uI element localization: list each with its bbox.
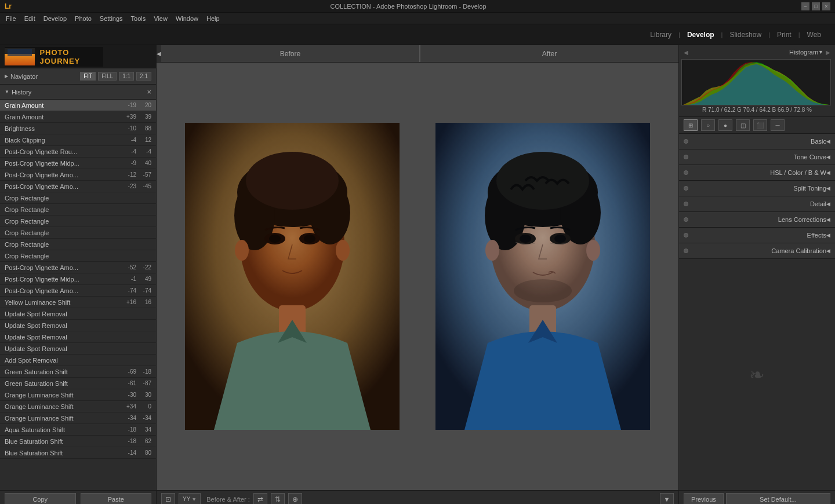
- history-item[interactable]: Crop Rectangle: [0, 239, 156, 250]
- history-item[interactable]: Green Saturation Shift -69 -18: [0, 366, 156, 378]
- detail-section-header[interactable]: Detail ◀: [679, 196, 835, 211]
- crop-tool-icon[interactable]: ○: [701, 119, 715, 131]
- basic-section: Basic ◀: [679, 134, 835, 149]
- logo-text: PHOTO JOURNEY: [39, 48, 103, 65]
- history-item[interactable]: Post-Crop Vignette Midp... -9 40: [0, 158, 156, 169]
- history-item[interactable]: Orange Luminance Shift -30 30: [0, 389, 156, 401]
- hist-right-arrow[interactable]: ▶: [826, 49, 830, 56]
- close-button[interactable]: ×: [822, 2, 830, 10]
- app-icon: Lr: [5, 2, 12, 10]
- brush-tool-icon[interactable]: ⬛: [753, 119, 767, 131]
- nav-library[interactable]: Library: [648, 30, 674, 40]
- minimize-button[interactable]: −: [801, 2, 809, 10]
- history-item[interactable]: Post-Crop Vignette Amo... -52 -22: [0, 262, 156, 273]
- histogram-section: ◀ Histogram ▼ ▶: [679, 45, 835, 117]
- fill-button[interactable]: FILL: [98, 72, 117, 81]
- detail-section: Detail ◀: [679, 196, 835, 212]
- histogram-collapse-icon[interactable]: ▼: [818, 49, 823, 55]
- history-collapse-icon[interactable]: ▼: [5, 89, 9, 94]
- history-item[interactable]: Blue Saturation Shift -18 62: [0, 436, 156, 447]
- swap-lr-button[interactable]: ⇄: [253, 493, 267, 505]
- history-item[interactable]: Update Spot Removal: [0, 308, 156, 320]
- history-item[interactable]: Post-Crop Vignette Midp... -1 49: [0, 273, 156, 285]
- hsl-dot: [684, 170, 688, 175]
- module-nav: Library | Develop | Slideshow | Print | …: [0, 24, 835, 45]
- menu-help[interactable]: Help: [203, 14, 223, 23]
- history-item[interactable]: Grain Amount +39 39: [0, 111, 156, 123]
- split-toning-section-header[interactable]: Split Toning ◀: [679, 181, 835, 196]
- split-toning-collapse-icon: ◀: [826, 185, 830, 191]
- history-item[interactable]: Yellow Luminance Shift +16 16: [0, 297, 156, 308]
- history-panel[interactable]: ▼ History × Grain Amount -19 20 Grain Am…: [0, 85, 156, 490]
- spot-tool-icon[interactable]: ●: [718, 119, 732, 131]
- menu-edit[interactable]: Edit: [21, 14, 39, 23]
- history-item[interactable]: Brightness -10 88: [0, 123, 156, 134]
- split-toning-section: Split Toning ◀: [679, 181, 835, 196]
- gradient-tool-icon[interactable]: ─: [771, 119, 785, 131]
- copy-button[interactable]: Copy: [5, 493, 76, 505]
- history-item[interactable]: Crop Rectangle: [0, 250, 156, 262]
- tone-curve-label: Tone Curve: [693, 154, 826, 160]
- history-items-container: Grain Amount -19 20 Grain Amount +39 39 …: [0, 100, 156, 459]
- history-item[interactable]: Aqua Saturation Shift -18 34: [0, 424, 156, 436]
- grid-tool-icon[interactable]: ⊞: [684, 119, 698, 131]
- history-item[interactable]: Crop Rectangle: [0, 204, 156, 216]
- history-item[interactable]: Crop Rectangle: [0, 227, 156, 239]
- lens-corrections-section-header[interactable]: Lens Corrections ◀: [679, 212, 835, 227]
- menu-tools[interactable]: Tools: [128, 14, 150, 23]
- left-panel: PHOTO JOURNEY ▶ Navigator FIT FILL 1:1 2…: [0, 45, 157, 504]
- menu-develop[interactable]: Develop: [40, 14, 70, 23]
- history-item[interactable]: Post-Crop Vignette Rou... -4 -4: [0, 146, 156, 158]
- history-item[interactable]: Crop Rectangle: [0, 216, 156, 227]
- history-item[interactable]: Post-Crop Vignette Amo... -12 -57: [0, 169, 156, 181]
- history-close-icon[interactable]: ×: [147, 87, 151, 96]
- camera-calibration-section-header[interactable]: Camera Calibration ◀: [679, 243, 835, 258]
- history-item[interactable]: Black Clipping -4 12: [0, 134, 156, 146]
- history-header: ▼ History ×: [0, 85, 156, 100]
- history-item[interactable]: Green Saturation Shift -61 -87: [0, 378, 156, 389]
- right-panel: ◀ Histogram ▼ ▶: [678, 45, 835, 504]
- previous-button[interactable]: Previous: [684, 493, 724, 505]
- fit-button[interactable]: FIT: [80, 72, 96, 81]
- 1-1-button[interactable]: 1:1: [119, 72, 134, 81]
- maximize-button[interactable]: □: [812, 2, 820, 10]
- navigator-collapse-icon[interactable]: ▶: [5, 74, 8, 79]
- swap-all-button[interactable]: ⊕: [288, 493, 302, 505]
- 2-1-button[interactable]: 2:1: [136, 72, 151, 81]
- center-panel: ◀ Before After: [157, 45, 678, 504]
- history-item[interactable]: Update Spot Removal: [0, 343, 156, 355]
- history-item[interactable]: Orange Luminance Shift +34 0: [0, 401, 156, 412]
- nav-web[interactable]: Web: [805, 30, 823, 40]
- history-item[interactable]: Post-Crop Vignette Amo... -23 -45: [0, 181, 156, 192]
- nav-slideshow[interactable]: Slideshow: [727, 30, 764, 40]
- tone-curve-section-header[interactable]: Tone Curve ◀: [679, 149, 835, 165]
- menu-window[interactable]: Window: [172, 14, 202, 23]
- effects-section-header[interactable]: Effects ◀: [679, 228, 835, 243]
- menu-settings[interactable]: Settings: [96, 14, 126, 23]
- hist-left-arrow[interactable]: ◀: [684, 49, 688, 56]
- scroll-down-button[interactable]: ▼: [660, 493, 674, 505]
- history-item[interactable]: Orange Luminance Shift -34 -34: [0, 412, 156, 424]
- basic-section-header[interactable]: Basic ◀: [679, 134, 835, 149]
- hsl-section-header[interactable]: HSL / Color / B & W ◀: [679, 165, 835, 180]
- menu-file[interactable]: File: [2, 14, 20, 23]
- menu-view[interactable]: View: [150, 14, 171, 23]
- menu-photo[interactable]: Photo: [71, 14, 95, 23]
- histogram-svg: [682, 60, 830, 105]
- history-item[interactable]: Blue Saturation Shift -14 80: [0, 447, 156, 459]
- nav-print[interactable]: Print: [775, 30, 794, 40]
- mask-tool-icon[interactable]: ◫: [736, 119, 750, 131]
- history-item[interactable]: Update Spot Removal: [0, 320, 156, 331]
- swap-tb-button[interactable]: ⇅: [271, 493, 285, 505]
- history-item[interactable]: Crop Rectangle: [0, 192, 156, 204]
- history-item[interactable]: Post-Crop Vignette Amo... -74 -74: [0, 285, 156, 297]
- layout-icon-button[interactable]: ⊡: [161, 493, 175, 505]
- paste-button[interactable]: Paste: [81, 493, 152, 505]
- history-item[interactable]: Add Spot Removal: [0, 355, 156, 366]
- yy-button[interactable]: YY ▼: [179, 493, 201, 505]
- history-item[interactable]: Update Spot Removal: [0, 331, 156, 343]
- set-default-button[interactable]: Set Default...: [726, 493, 830, 505]
- history-item[interactable]: Grain Amount -19 20: [0, 100, 156, 111]
- nav-develop[interactable]: Develop: [685, 30, 717, 40]
- histogram-color-info: R 71.0 / 62.2 G 70.4 / 64.2 B 66.9 / 72.…: [681, 105, 833, 114]
